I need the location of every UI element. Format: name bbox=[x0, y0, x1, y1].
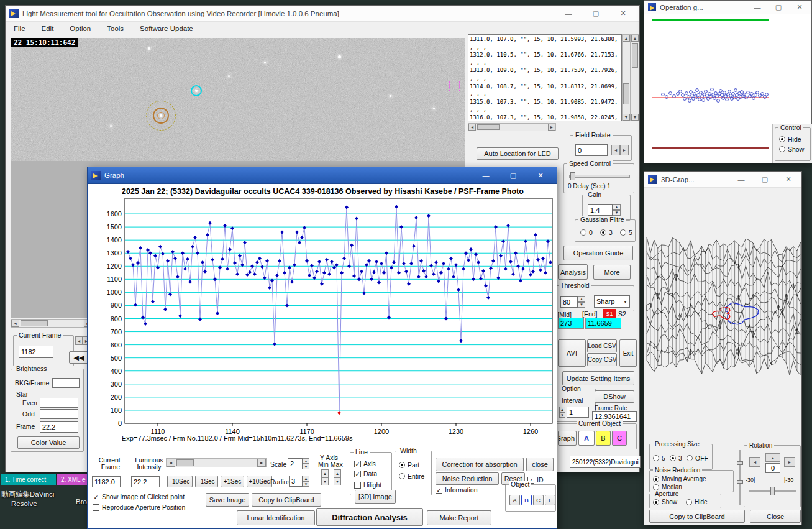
data-point[interactable] bbox=[549, 260, 552, 264]
minimize-button[interactable]: — bbox=[472, 167, 500, 183]
data-point[interactable] bbox=[544, 271, 547, 275]
information-checkbox[interactable]: ✓Information bbox=[436, 486, 478, 494]
maximize-button[interactable]: ▢ bbox=[500, 167, 527, 183]
frame-back-icon[interactable] bbox=[75, 336, 83, 345]
data-point[interactable] bbox=[340, 271, 344, 275]
video-h-scrollbar[interactable] bbox=[11, 319, 93, 328]
speed-slider-thumb[interactable] bbox=[570, 172, 575, 180]
data-point[interactable] bbox=[151, 300, 155, 303]
control-hide-radio[interactable]: Hide bbox=[779, 136, 801, 143]
even-input[interactable] bbox=[40, 398, 78, 408]
object-c-button[interactable]: C bbox=[533, 495, 544, 505]
data-point[interactable] bbox=[186, 257, 189, 261]
rotate-right-icon[interactable] bbox=[620, 145, 629, 155]
aux-v-scrollbar[interactable] bbox=[631, 34, 639, 121]
up-arrow-icon[interactable] bbox=[334, 469, 341, 477]
up-arrow-icon[interactable] bbox=[303, 458, 309, 464]
data-point[interactable] bbox=[429, 264, 433, 267]
data-point[interactable] bbox=[255, 260, 259, 264]
field-rotate-input[interactable]: 0 bbox=[575, 144, 608, 156]
lunar-identification-button[interactable]: Lunar Identification bbox=[237, 510, 315, 525]
data-point[interactable] bbox=[509, 260, 513, 264]
data-point[interactable] bbox=[196, 251, 199, 255]
close-button[interactable]: ✕ bbox=[609, 6, 637, 21]
copy-to-clipboard-button[interactable]: Copy to ClipBoard bbox=[252, 493, 321, 507]
list-item[interactable]: 1312.0, 110.5, "", 15, 10, 21.6766, 21.7… bbox=[470, 51, 620, 67]
close-3d-button[interactable]: Close bbox=[750, 510, 801, 523]
data-point[interactable] bbox=[203, 270, 207, 274]
data-point[interactable] bbox=[347, 264, 351, 268]
luminous-value-input[interactable]: 22.2 bbox=[131, 476, 160, 487]
scale-spinner[interactable] bbox=[303, 458, 309, 469]
data-point[interactable] bbox=[464, 251, 468, 255]
data-point[interactable] bbox=[417, 275, 421, 278]
more-button[interactable]: More bbox=[593, 265, 631, 280]
odd-input[interactable] bbox=[40, 409, 78, 419]
data-point[interactable] bbox=[173, 257, 177, 260]
data-point[interactable] bbox=[427, 214, 431, 218]
correction-absorption-button[interactable]: Correction for absorption bbox=[436, 458, 524, 471]
down-arrow-icon[interactable] bbox=[303, 464, 309, 469]
current-frame-value-input[interactable]: 1182.0 bbox=[92, 476, 121, 487]
speed-slider-track[interactable] bbox=[569, 175, 630, 178]
data-point[interactable] bbox=[330, 260, 334, 264]
slider-thumb[interactable] bbox=[737, 461, 743, 465]
data-point[interactable] bbox=[407, 282, 411, 286]
data-point[interactable] bbox=[208, 221, 212, 225]
scrollbar-thumb[interactable] bbox=[623, 83, 629, 104]
data-point[interactable] bbox=[422, 269, 426, 273]
data-point[interactable] bbox=[489, 266, 493, 270]
data-point[interactable] bbox=[377, 281, 381, 285]
menu-software-update[interactable]: Software Update bbox=[132, 23, 201, 34]
width-part-radio[interactable]: Part bbox=[399, 461, 419, 469]
scroll-left-icon[interactable] bbox=[11, 320, 19, 327]
data-point[interactable] bbox=[375, 260, 378, 264]
data-point[interactable] bbox=[355, 216, 358, 220]
size-5-radio[interactable]: 5 bbox=[653, 454, 665, 462]
menu-option[interactable]: Option bbox=[62, 23, 99, 34]
object-b-button[interactable]: B bbox=[596, 431, 611, 446]
data-point[interactable] bbox=[357, 277, 361, 281]
gain-input[interactable]: 1.4 bbox=[588, 204, 613, 216]
data-point[interactable] bbox=[449, 257, 453, 260]
hilight-checkbox[interactable]: Hilight bbox=[354, 481, 381, 489]
rotate-left-icon[interactable] bbox=[749, 457, 760, 467]
data-point[interactable] bbox=[315, 270, 319, 274]
data-point[interactable] bbox=[350, 244, 354, 247]
avi-button[interactable]: AVI bbox=[558, 339, 586, 367]
object-a-button[interactable]: A bbox=[578, 431, 595, 446]
data-point[interactable] bbox=[399, 225, 403, 229]
rotate-left-icon[interactable] bbox=[611, 145, 620, 155]
scale-input[interactable]: 2 bbox=[288, 458, 303, 469]
down-arrow-icon[interactable] bbox=[303, 481, 309, 487]
minimize-button[interactable]: — bbox=[729, 172, 753, 187]
data-point[interactable] bbox=[168, 293, 172, 297]
copy-to-clipboard-button[interactable]: Copy to ClipBoard bbox=[649, 510, 745, 523]
data-point[interactable] bbox=[459, 339, 463, 343]
object-a-button[interactable]: A bbox=[509, 495, 520, 505]
data-point[interactable] bbox=[360, 270, 363, 274]
data-point[interactable] bbox=[265, 259, 269, 263]
scroll-left-icon[interactable] bbox=[167, 459, 175, 467]
scrollbar-thumb[interactable] bbox=[632, 43, 638, 68]
threed-titlebar[interactable]: 3D-Grap... — ▢ ✕ bbox=[644, 172, 801, 188]
minus-1sec-button[interactable]: -1Sec bbox=[195, 476, 218, 487]
data-point[interactable] bbox=[243, 241, 247, 244]
up-arrow-icon[interactable] bbox=[321, 469, 329, 477]
close-button[interactable]: ✕ bbox=[527, 167, 554, 183]
data-point[interactable] bbox=[134, 303, 137, 306]
data-point[interactable] bbox=[486, 296, 490, 300]
scroll-down-icon[interactable] bbox=[631, 114, 639, 121]
data-point[interactable] bbox=[439, 271, 443, 275]
plus-1sec-button[interactable]: +1Sec bbox=[221, 476, 244, 487]
data-point[interactable] bbox=[295, 231, 299, 234]
control-show-radio[interactable]: Show bbox=[779, 145, 804, 153]
data-point[interactable] bbox=[462, 267, 465, 270]
data-point[interactable] bbox=[198, 318, 202, 321]
data-point[interactable] bbox=[367, 259, 371, 263]
data-point[interactable] bbox=[308, 274, 311, 277]
data-point[interactable] bbox=[484, 284, 488, 288]
menu-edit[interactable]: Edit bbox=[34, 23, 62, 34]
graph-button[interactable]: Graph bbox=[558, 431, 577, 446]
save-image-button[interactable]: Save Image bbox=[206, 493, 249, 507]
